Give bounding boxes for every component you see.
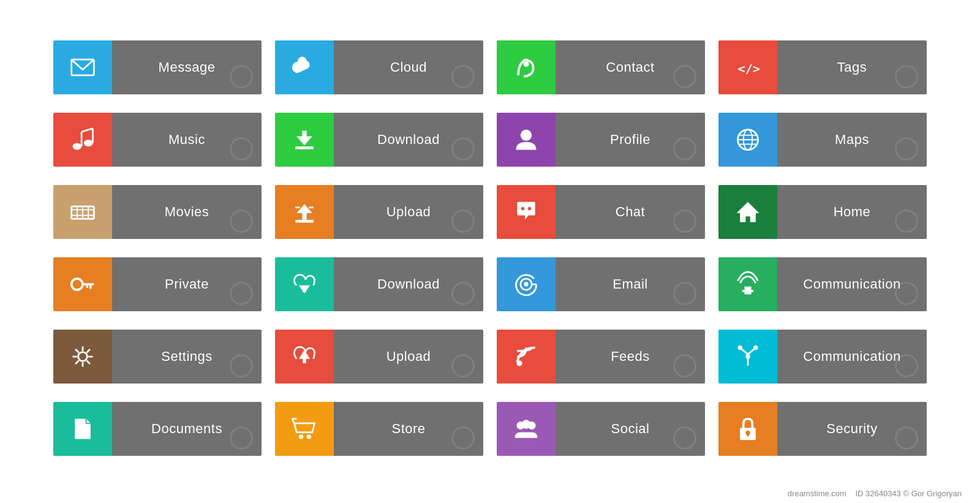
download2-tile[interactable]: Download	[275, 257, 483, 311]
message-label: Message	[112, 40, 262, 94]
settings-icon	[53, 330, 112, 384]
feeds-icon	[497, 330, 556, 384]
svg-line-50	[75, 360, 78, 364]
svg-rect-41	[742, 290, 753, 292]
chat-label: Chat	[556, 185, 705, 239]
svg-point-58	[738, 345, 742, 349]
tiles-grid: MessageCloudContact</>TagsMusicDownloadP…	[35, 22, 945, 482]
maps-icon	[718, 113, 777, 167]
download2-label: Download	[334, 257, 483, 311]
music-label: Music	[112, 113, 262, 167]
music-tile[interactable]: Music	[53, 113, 262, 167]
svg-line-48	[86, 360, 90, 364]
store-label: Store	[334, 402, 483, 456]
store-icon	[275, 402, 334, 456]
svg-rect-24	[302, 212, 306, 220]
settings-tile[interactable]: Settings	[53, 330, 262, 384]
private-tile[interactable]: Private	[53, 257, 262, 311]
svg-marker-23	[296, 204, 312, 213]
svg-point-60	[299, 434, 303, 439]
private-label: Private	[112, 257, 262, 311]
svg-rect-69	[747, 433, 749, 436]
svg-rect-52	[303, 358, 306, 363]
chat-icon	[497, 185, 556, 239]
communication-icon	[718, 257, 777, 311]
message-tile[interactable]: Message	[53, 40, 262, 94]
svg-point-3	[73, 143, 82, 149]
cloud-tile[interactable]: Cloud	[275, 40, 483, 94]
svg-point-31	[72, 278, 83, 289]
home-label: Home	[777, 185, 927, 239]
upload1-tile[interactable]: Upload	[275, 185, 483, 239]
communication2-tile[interactable]: Communication	[718, 330, 927, 384]
svg-point-42	[78, 352, 88, 361]
security-icon	[718, 402, 777, 456]
maps-tile[interactable]: Maps	[718, 113, 927, 167]
dreamstime-site: dreamstime.com	[788, 489, 846, 498]
svg-point-1	[523, 61, 529, 66]
cloud-download-icon	[275, 257, 334, 311]
profile-label: Profile	[556, 113, 705, 167]
upload2-label: Upload	[334, 330, 483, 384]
download-icon	[275, 113, 334, 167]
store-tile[interactable]: Store	[275, 402, 483, 456]
svg-rect-25	[295, 219, 313, 222]
feeds-label: Feeds	[556, 330, 705, 384]
svg-point-29	[528, 206, 532, 210]
home-tile[interactable]: Home	[718, 185, 927, 239]
document-icon	[53, 402, 112, 456]
phone-icon	[497, 40, 556, 94]
svg-point-66	[522, 420, 531, 429]
profile-tile[interactable]: Profile	[497, 113, 705, 167]
cloud-label: Cloud	[334, 40, 483, 94]
download1-tile[interactable]: Download	[275, 113, 483, 167]
cloud-upload-icon	[275, 330, 334, 384]
cloud-icon	[275, 40, 334, 94]
image-id: ID 32640343 © Gor Grigoryan	[855, 489, 962, 498]
svg-rect-10	[295, 146, 313, 149]
svg-point-28	[521, 206, 525, 210]
svg-text:</>: </>	[738, 61, 760, 76]
download1-label: Download	[334, 113, 483, 167]
home-icon	[718, 185, 777, 239]
upload2-tile[interactable]: Upload	[275, 330, 483, 384]
documents-label: Documents	[112, 402, 262, 456]
social-tile[interactable]: Social	[497, 402, 705, 456]
contact-tile[interactable]: Contact	[497, 40, 705, 94]
email-icon	[497, 257, 556, 311]
svg-line-47	[75, 349, 78, 353]
chat-tile[interactable]: Chat	[497, 185, 705, 239]
svg-point-61	[307, 434, 311, 439]
movies-label: Movies	[112, 185, 262, 239]
tags-icon: </>	[718, 40, 777, 94]
communication2-label: Communication	[777, 330, 927, 384]
profile-icon	[497, 113, 556, 167]
music-icon	[53, 113, 112, 167]
settings-label: Settings	[112, 330, 262, 384]
svg-line-49	[86, 349, 90, 353]
svg-marker-51	[299, 350, 310, 359]
security-label: Security	[777, 402, 927, 456]
svg-rect-36	[303, 286, 306, 292]
security-tile[interactable]: Security	[718, 402, 927, 456]
movies-tile[interactable]: Movies	[53, 185, 262, 239]
envelope-icon	[53, 40, 112, 94]
svg-point-38	[524, 282, 528, 286]
tags-tile[interactable]: </>Tags	[718, 40, 927, 94]
email-tile[interactable]: Email	[497, 257, 705, 311]
svg-point-59	[753, 345, 758, 349]
upload-icon	[275, 185, 334, 239]
tags-label: Tags	[777, 40, 927, 94]
key-icon	[53, 257, 112, 311]
satellite-icon	[718, 330, 777, 384]
communication1-tile[interactable]: Communication	[718, 257, 927, 311]
svg-point-4	[84, 140, 93, 146]
movies-icon	[53, 185, 112, 239]
dreamstime-info: dreamstime.com ID 32640343 © Gor Grigory…	[788, 489, 962, 498]
svg-line-7	[81, 128, 92, 132]
documents-tile[interactable]: Documents	[53, 402, 262, 456]
feeds-tile[interactable]: Feeds	[497, 330, 705, 384]
upload1-label: Upload	[334, 185, 483, 239]
contact-label: Contact	[556, 40, 705, 94]
social-label: Social	[556, 402, 705, 456]
